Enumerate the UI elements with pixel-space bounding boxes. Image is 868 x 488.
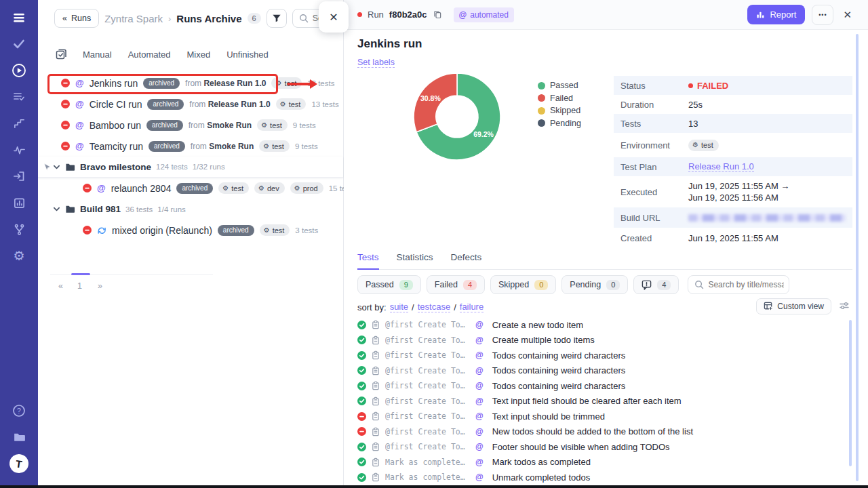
next-page-button[interactable]: » (98, 281, 102, 291)
prev-page-button[interactable]: « (58, 281, 63, 291)
test-row[interactable]: @first Create To…@New todos should be ad… (357, 424, 842, 440)
sort-by-suite[interactable]: suite (390, 302, 408, 312)
branch-icon[interactable] (11, 221, 27, 237)
run-row[interactable]: @Teamcity runarchivedfrom Smoke Run⚙test… (38, 136, 343, 157)
failed-run-icon (357, 412, 366, 421)
select-all-icon[interactable] (56, 49, 66, 60)
test-row[interactable]: Mark as complete…@Mark todos as complete… (357, 455, 842, 470)
runs-play-icon[interactable] (11, 62, 27, 79)
projects-folder-icon (12, 430, 26, 444)
report-button-label: Report (770, 9, 796, 20)
test-row[interactable]: Mark as complete…@Unmark completed todos (357, 470, 842, 485)
filter-button[interactable] (267, 9, 287, 28)
run-row[interactable]: @relaunch 2804archived⚙test⚙dev⚙prod15 t… (38, 178, 343, 199)
test-title: Todos containing weird characters (492, 350, 626, 361)
test-row[interactable]: @first Create To…@Todos containing weird… (357, 348, 842, 363)
folder-row[interactable]: Build 98136 tests1/4 runs (38, 199, 343, 220)
help-icon[interactable]: ? (11, 403, 27, 419)
test-row[interactable]: @first Create To…@Todos containing weird… (357, 378, 842, 394)
tests-check-icon[interactable] (11, 36, 27, 52)
runs-tab-automated[interactable]: Automated (128, 49, 171, 60)
sort-by-label: sort by: (357, 302, 387, 312)
view-settings-sliders-icon[interactable] (840, 301, 849, 310)
passed-test-icon (357, 351, 366, 360)
copy-icon[interactable] (433, 9, 443, 20)
settings-gear-icon[interactable]: ⚙ (11, 247, 27, 264)
env-badge: ⚙test (688, 140, 719, 151)
runs-list-panel: « Runs Zyntra Spark › Runs Archive 6 ✕ M… (38, 0, 344, 485)
env-badge: ⚙prod (290, 182, 323, 194)
import-icon[interactable] (11, 168, 27, 184)
filter-passed[interactable]: Passed9 (357, 275, 421, 294)
test-row[interactable]: @first Create To…@Text input should be t… (357, 409, 842, 424)
panel-scrollbar[interactable] (856, 34, 859, 481)
detail-label: Status (614, 81, 688, 91)
report-button[interactable]: Report (747, 5, 805, 24)
clipboard-icon (371, 366, 380, 375)
analytics-icon[interactable] (11, 195, 27, 211)
page-number[interactable]: 1 (77, 281, 82, 291)
breadcrumb-project[interactable]: Zyntra Spark (104, 13, 163, 24)
test-title: Text input should be trimmed (492, 411, 605, 422)
failed-status-icon (357, 427, 366, 436)
tab-tests[interactable]: Tests (357, 252, 379, 270)
run-row[interactable]: @Bamboo runarchivedfrom Smoke Run⚙test9 … (38, 115, 343, 136)
automated-test-icon: @ (475, 382, 484, 390)
test-row[interactable]: @first Create To…@Footer should be visib… (357, 439, 842, 455)
test-row[interactable]: @first Create To…@Todos containing weird… (357, 363, 842, 379)
tests-list-scrollbar[interactable] (849, 320, 852, 466)
filter-comments[interactable]: 4 (633, 275, 679, 294)
run-tests-count: 3 tests (295, 226, 318, 235)
run-row[interactable]: @Jenkins runarchivedfrom Release Run 1.0… (38, 73, 343, 94)
build-url-redacted (688, 214, 846, 222)
runs-tab-unfinished[interactable]: Unfinished (226, 49, 268, 60)
tests-search-input[interactable] (708, 280, 784, 289)
runs-tab-mixed[interactable]: Mixed (187, 49, 211, 60)
failed-status-icon (83, 226, 92, 235)
tests-search-box[interactable] (688, 275, 789, 294)
sort-by-failure[interactable]: failure (460, 302, 484, 312)
filter-skipped[interactable]: Skipped0 (490, 275, 556, 294)
comment-icon (642, 280, 652, 290)
detail-row-test-plan: Test PlanRelease Run 1.0 (614, 157, 852, 176)
pulse-icon[interactable] (11, 142, 27, 158)
legend-label: Skipped (550, 106, 580, 115)
user-avatar[interactable]: T (8, 453, 30, 474)
sliders-icon (840, 301, 849, 310)
failed-run-icon (61, 100, 70, 108)
passed-status-icon (357, 366, 366, 375)
result-list-icon[interactable] (11, 89, 27, 105)
close-panel-button[interactable]: ✕ (319, 1, 349, 33)
tab-defects[interactable]: Defects (451, 252, 482, 269)
sort-by-testcase[interactable]: testcase (418, 302, 450, 312)
set-labels-link[interactable]: Set labels (357, 58, 395, 68)
runs-tab-manual[interactable]: Manual (83, 49, 112, 60)
test-row[interactable]: @first Create To…@Create multiple todo i… (357, 333, 842, 348)
test-plan-link[interactable]: Release Run 1.0 (688, 161, 754, 172)
back-to-runs-button[interactable]: « Runs (54, 9, 99, 28)
run-row[interactable]: @Circle CI runarchivedfrom Release Run 1… (38, 94, 343, 115)
clipboard-icon (371, 472, 380, 482)
run-detail-header: Run f80b2a0c @ automated Report ••• ✕ (344, 0, 868, 30)
legend-dot (538, 82, 545, 89)
filter-pending[interactable]: Pending0 (561, 275, 628, 294)
test-row[interactable]: @first Create To…@Text input field shoul… (357, 394, 842, 409)
more-actions-button[interactable]: ••• (812, 5, 833, 25)
menu-icon[interactable] (11, 9, 27, 26)
automated-test-icon: @ (475, 321, 484, 329)
folder-row[interactable]: Bravo milestone124 tests1/32 runs (38, 157, 343, 178)
close-detail-button[interactable]: ✕ (843, 9, 852, 21)
steps-icon[interactable] (11, 115, 27, 131)
test-row[interactable]: @first Create To…@Create a new todo item (357, 317, 842, 333)
detail-value: Jun 19, 2025 11:55 AM (688, 233, 778, 243)
import-icon (12, 169, 26, 183)
clipboard-icon (371, 427, 380, 436)
projects-folder-icon[interactable] (11, 428, 27, 445)
filter-failed[interactable]: Failed4 (427, 275, 485, 294)
run-row[interactable]: mixed origin (Relaunch)archived⚙test3 te… (38, 220, 343, 241)
tab-statistics[interactable]: Statistics (397, 252, 433, 269)
filter-label: Skipped (498, 280, 529, 289)
test-title: Todos containing weird characters (492, 381, 626, 391)
help-icon: ? (12, 404, 26, 418)
custom-view-button[interactable]: Custom view (756, 298, 831, 314)
